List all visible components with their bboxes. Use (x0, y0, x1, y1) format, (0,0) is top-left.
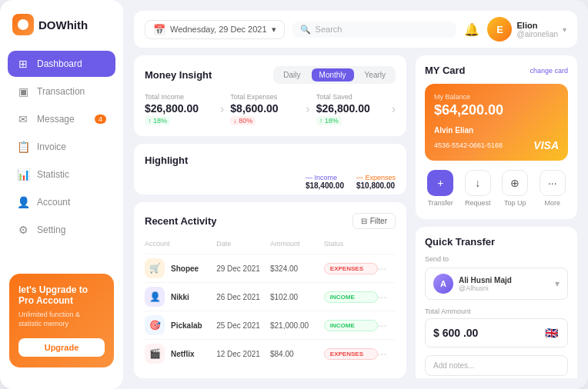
expenses-value: $8,600.00 (230, 102, 301, 115)
chevron-down-icon: ▾ (555, 278, 560, 289)
arrow-icon: › (220, 102, 224, 116)
stat-saved: Total Saved $26,800.00 ↑ 18% › (316, 93, 396, 125)
row-date: 25 Dec 2021 (216, 321, 270, 330)
row-date: 12 Dec 2021 (216, 350, 270, 358)
avatar-area[interactable]: E Elion @aironelian ▾ (487, 17, 566, 42)
account-cell: 👤 Nikki (145, 287, 216, 307)
sidebar-item-transaction[interactable]: ▣ Transaction (8, 78, 115, 105)
more-button[interactable]: ··· (540, 170, 566, 196)
sidebar-item-account[interactable]: 👤 Account (8, 189, 115, 215)
account-name: Shopee (171, 264, 199, 273)
send-to-label: Send to (425, 255, 568, 263)
chevron-down-icon: ▾ (272, 25, 276, 35)
upgrade-promo: let's Upgrade to Pro Account Unlimited f… (9, 274, 114, 367)
saved-label: Total Saved (316, 93, 387, 101)
col-account: Account (145, 240, 216, 248)
tab-yearly[interactable]: Yearly (357, 68, 393, 81)
stat-income: Total Income $26,800.00 ↑ 18% › (145, 93, 224, 125)
invoice-icon: 📋 (17, 141, 29, 153)
sidebar-item-label: Transaction (37, 86, 85, 97)
arrow-icon: › (306, 102, 309, 116)
sidebar-item-statistic[interactable]: 📊 Statistic (8, 161, 115, 188)
sidebar-item-label: Invoice (37, 141, 66, 152)
credit-card: My Balance $64,200.00 Alvin Elian 4536-5… (425, 84, 568, 161)
more-options-button[interactable]: ··· (378, 347, 396, 360)
row-amount: $324.00 (270, 264, 324, 273)
account-cell: 🎯 Pickalab (145, 315, 216, 335)
income-legend-label: — Income (306, 174, 344, 181)
topup-action: ⊕ Top Up (499, 170, 531, 207)
more-options-button[interactable]: ··· (378, 291, 396, 303)
topup-button[interactable]: ⊕ (502, 170, 528, 196)
amount-label: Total Ammount (425, 308, 568, 315)
date-picker[interactable]: 📅 Wednesday, 29 Dec 2021 ▾ (145, 20, 285, 39)
table-header: Account Date Ammount Status (145, 237, 396, 251)
insight-header: Money Insight Daily Monthly Yearly (145, 66, 396, 84)
filter-button[interactable]: ⊟ Filter (352, 213, 396, 229)
recipient-avatar: A (433, 274, 453, 294)
request-button[interactable]: ↓ (465, 170, 491, 196)
activity-title: Recent Activity (145, 215, 216, 227)
change-card-link[interactable]: change card (530, 67, 568, 75)
account-name: Pickalab (171, 321, 202, 330)
request-action: ↓ Request (463, 170, 494, 207)
insight-stats: Total Income $26,800.00 ↑ 18% › Total Ex… (145, 93, 396, 125)
tab-daily[interactable]: Daily (276, 68, 308, 81)
sidebar-item-dashboard[interactable]: ⊞ Dashboard (8, 51, 115, 77)
upgrade-button[interactable]: Upgrade (18, 338, 105, 357)
more-options-button[interactable]: ··· (378, 262, 396, 274)
account-name: Netflix (171, 350, 195, 358)
search-bar[interactable]: 🔍 Search (292, 22, 457, 38)
status-badge: INCOME (324, 291, 378, 303)
nikki-avatar: 👤 (145, 287, 165, 307)
chart-legend: — Income $18,400.00 — Expenses $10,800.0… (306, 174, 396, 190)
recipient-handle: @Alhusni (459, 284, 512, 292)
search-placeholder: Search (316, 25, 342, 34)
search-icon: 🔍 (300, 25, 311, 35)
pickalab-avatar: 🎯 (145, 315, 165, 335)
balance-label: My Balance (434, 93, 559, 101)
shopee-avatar: 🛒 (145, 258, 165, 278)
transaction-icon: ▣ (17, 85, 29, 98)
recipient-info: A Ali Husni Majd @Alhusni (433, 274, 512, 294)
sidebar-logo: DOWhith (0, 14, 123, 49)
app-name: DOWhith (38, 18, 88, 32)
recipient-select[interactable]: A Ali Husni Majd @Alhusni ▾ (425, 268, 568, 300)
request-label: Request (465, 199, 491, 207)
account-cell: 🎬 Netflix (145, 344, 216, 364)
saved-value: $26,800.00 (316, 102, 387, 115)
highlight-card: Highlight — Income $18,400.00 — Expenses… (134, 144, 406, 194)
recent-activity-card: Recent Activity ⊟ Filter Account Date Am… (134, 202, 406, 378)
right-panel: MY Card change card My Balance $64,200.0… (416, 55, 577, 378)
income-label: Total Income (145, 93, 215, 101)
expense-legend-value: $10,800.00 (356, 181, 396, 190)
sidebar-item-invoice[interactable]: 📋 Invoice (8, 134, 115, 160)
transfer-button[interactable]: + (427, 170, 453, 196)
transfer-label: Transfer (428, 199, 453, 207)
card-bottom: 4536-5542-0661-5168 VISA (434, 139, 559, 151)
table-row: 🎯 Pickalab 25 Dec 2021 $21,000.00 INCOME… (145, 311, 396, 339)
sidebar-item-label: Dashboard (37, 58, 82, 69)
logo-icon (12, 14, 34, 35)
row-amount: $102.00 (270, 293, 324, 301)
saved-badge: ↑ 18% (316, 116, 387, 125)
upgrade-subtitle: Unlimited function & statistic memory (18, 310, 105, 329)
expenses-badge: ↓ 80% (230, 116, 301, 125)
sidebar-item-message[interactable]: ✉ Message 4 (8, 106, 115, 132)
stat-expenses: Total Expenses $8,600.00 ↓ 80% › (230, 93, 309, 125)
setting-icon: ⚙ (17, 224, 29, 236)
money-insight-card: Money Insight Daily Monthly Yearly Total… (134, 55, 406, 136)
more-options-button[interactable]: ··· (378, 319, 396, 331)
sidebar-item-setting[interactable]: ⚙ Setting (8, 217, 115, 243)
sidebar: DOWhith ⊞ Dashboard ▣ Transaction ✉ Mess… (0, 0, 123, 389)
transfer-action: + Transfer (425, 170, 456, 207)
legend-income: — Income $18,400.00 (306, 174, 344, 190)
amount-section: Total Ammount $ 600 .00 🇬🇧 (425, 308, 568, 347)
notes-input[interactable]: Add notes... (425, 355, 568, 376)
card-section-header: MY Card change card (425, 65, 568, 76)
bell-icon[interactable]: 🔔 (464, 22, 479, 37)
tab-monthly[interactable]: Monthly (312, 68, 354, 81)
more-label: More (544, 199, 560, 207)
recipient-name: Ali Husni Majd (459, 276, 512, 284)
topup-label: Top Up (504, 199, 526, 207)
